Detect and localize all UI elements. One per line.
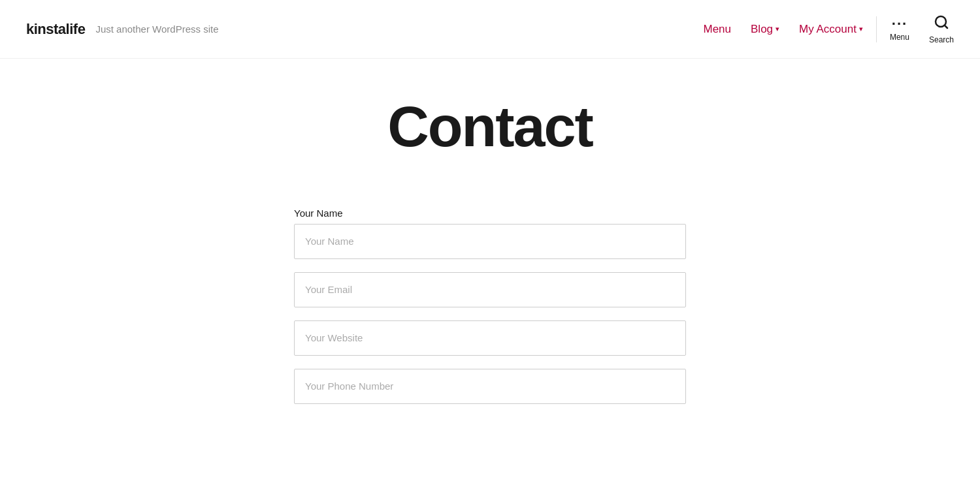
site-header: kinstalife Just another WordPress site M… <box>0 0 980 59</box>
nav-item-menu[interactable]: Menu <box>704 23 732 36</box>
form-group-phone <box>294 369 686 404</box>
header-divider <box>876 16 877 42</box>
page-title: Contact <box>387 98 593 155</box>
contact-form: Your Name <box>294 208 686 417</box>
dots-icon: ··· <box>892 17 907 31</box>
site-logo[interactable]: kinstalife <box>26 21 85 38</box>
form-group-website <box>294 320 686 356</box>
main-content: Contact Your Name <box>0 59 980 443</box>
svg-line-1 <box>945 25 947 27</box>
phone-input[interactable] <box>294 369 686 404</box>
menu-button[interactable]: ··· Menu <box>890 17 909 42</box>
search-button[interactable]: Search <box>929 14 954 44</box>
site-tagline: Just another WordPress site <box>95 23 218 35</box>
header-actions: ··· Menu Search <box>890 14 954 44</box>
nav-item-myaccount[interactable]: My Account ▾ <box>799 23 863 36</box>
chevron-down-icon: ▾ <box>859 25 863 33</box>
form-group-email <box>294 272 686 307</box>
email-input[interactable] <box>294 272 686 307</box>
chevron-down-icon: ▾ <box>776 25 779 33</box>
name-input[interactable] <box>294 224 686 259</box>
website-input[interactable] <box>294 320 686 356</box>
search-icon <box>934 14 949 34</box>
header-left: kinstalife Just another WordPress site <box>26 21 704 38</box>
nav-item-blog[interactable]: Blog ▾ <box>751 23 779 36</box>
form-group-name: Your Name <box>294 208 686 259</box>
main-nav: Menu Blog ▾ My Account ▾ <box>704 23 863 36</box>
name-label: Your Name <box>294 208 686 219</box>
